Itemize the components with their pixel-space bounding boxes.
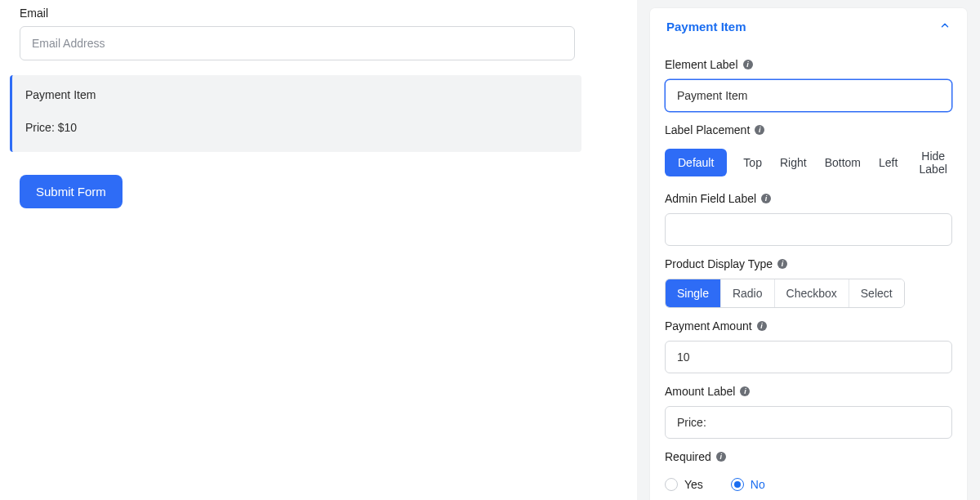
- product-display-type-text: Product Display Type: [665, 257, 773, 270]
- amount-label-caption: Amount Label i: [665, 385, 750, 398]
- radio-icon: [731, 478, 744, 491]
- required-caption: Required i: [665, 450, 726, 463]
- required-text: Required: [665, 450, 711, 463]
- placement-hide-button[interactable]: Hide Label: [914, 145, 952, 181]
- display-type-radio-button[interactable]: Radio: [721, 279, 775, 307]
- placement-top-button[interactable]: Top: [742, 151, 764, 174]
- amount-label-input[interactable]: [665, 406, 952, 439]
- display-type-select-button[interactable]: Select: [849, 279, 904, 307]
- payment-amount-input[interactable]: [665, 341, 952, 373]
- panel-title: Payment Item: [666, 20, 746, 33]
- info-icon[interactable]: i: [761, 194, 771, 203]
- placement-right-button[interactable]: Right: [778, 151, 808, 174]
- element-label-group: Element Label i: [665, 58, 952, 112]
- email-field-block: Email: [20, 7, 617, 60]
- display-type-checkbox-button[interactable]: Checkbox: [775, 279, 849, 307]
- required-no-label: No: [751, 478, 765, 491]
- amount-label-text: Amount Label: [665, 385, 735, 398]
- info-icon[interactable]: i: [716, 452, 726, 462]
- form-preview-pane: Email Payment Item Price: $10 Submit For…: [0, 0, 637, 500]
- placement-bottom-button[interactable]: Bottom: [823, 151, 862, 174]
- info-icon[interactable]: i: [755, 125, 764, 135]
- product-display-type-segmented: Single Radio Checkbox Select: [665, 279, 905, 308]
- settings-card: Payment Item Element Label i Label Place…: [650, 8, 967, 500]
- required-no-radio[interactable]: No: [731, 478, 765, 491]
- admin-field-label-group: Admin Field Label i: [665, 192, 952, 246]
- panel-header[interactable]: Payment Item: [665, 8, 952, 47]
- required-yes-label: Yes: [684, 478, 703, 491]
- payment-item-title: Payment Item: [25, 88, 568, 101]
- required-radio-row: Yes No: [665, 478, 952, 491]
- info-icon[interactable]: i: [740, 386, 750, 396]
- payment-price-label: Price:: [25, 121, 55, 134]
- element-label-caption: Element Label i: [665, 58, 753, 71]
- product-display-type-caption: Product Display Type i: [665, 257, 787, 270]
- element-label-text: Element Label: [665, 58, 738, 71]
- required-yes-radio[interactable]: Yes: [665, 478, 703, 491]
- element-label-input[interactable]: [665, 79, 952, 112]
- chevron-up-icon: [939, 20, 951, 33]
- email-label: Email: [20, 7, 617, 20]
- label-placement-options: Default Top Right Bottom Left Hide Label: [665, 145, 952, 181]
- payment-amount-group: Payment Amount i: [665, 319, 952, 373]
- info-icon[interactable]: i: [757, 321, 767, 331]
- admin-field-label-caption: Admin Field Label i: [665, 192, 771, 205]
- payment-amount-caption: Payment Amount i: [665, 319, 767, 333]
- label-placement-group: Label Placement i Default Top Right Bott…: [665, 123, 952, 181]
- submit-form-button[interactable]: Submit Form: [20, 175, 122, 208]
- settings-pane: Payment Item Element Label i Label Place…: [637, 0, 980, 500]
- admin-field-label-input[interactable]: [665, 213, 952, 246]
- payment-amount-text: Payment Amount: [665, 319, 752, 333]
- display-type-single-button[interactable]: Single: [666, 279, 721, 307]
- placement-left-button[interactable]: Left: [877, 151, 899, 174]
- label-placement-text: Label Placement: [665, 123, 750, 136]
- amount-label-group: Amount Label i: [665, 385, 952, 439]
- payment-item-block[interactable]: Payment Item Price: $10: [10, 75, 581, 152]
- placement-default-button[interactable]: Default: [665, 149, 727, 176]
- payment-price-value: $10: [58, 121, 77, 134]
- radio-icon: [665, 478, 678, 491]
- payment-item-price: Price: $10: [25, 121, 568, 134]
- product-display-type-group: Product Display Type i Single Radio Chec…: [665, 257, 952, 308]
- info-icon[interactable]: i: [777, 259, 787, 269]
- required-group: Required i Yes No: [665, 450, 952, 491]
- admin-field-label-text: Admin Field Label: [665, 192, 756, 205]
- label-placement-caption: Label Placement i: [665, 123, 764, 136]
- email-input[interactable]: [20, 26, 575, 60]
- info-icon[interactable]: i: [743, 60, 753, 69]
